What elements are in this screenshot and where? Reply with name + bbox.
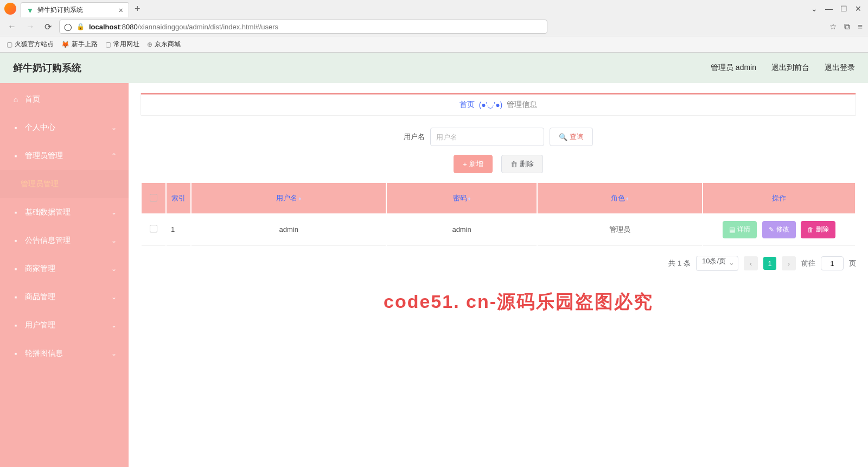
chevron-down-icon: ⌄ xyxy=(111,350,117,357)
folder-icon: ▢ xyxy=(7,41,12,48)
megaphone-icon: ▪ xyxy=(12,236,20,245)
sidebar-item-product[interactable]: ▪商品管理⌄ xyxy=(0,283,129,311)
back-to-front-button[interactable]: 退出到前台 xyxy=(771,63,809,73)
trash-icon: 🗑 xyxy=(807,226,814,234)
chevron-down-icon: ⌄ xyxy=(111,124,117,131)
breadcrumb-separator-icon: (●'◡'●) xyxy=(479,100,503,109)
trash-icon: 🗑 xyxy=(510,160,518,168)
forward-button[interactable]: → xyxy=(24,21,37,33)
bookmark-item[interactable]: 🦊新手上路 xyxy=(61,40,98,49)
row-checkbox[interactable] xyxy=(150,225,157,232)
edit-button[interactable]: ✎修改 xyxy=(762,221,796,238)
select-all-checkbox[interactable] xyxy=(150,194,157,201)
sidebar-subitem-admin-list[interactable]: 管理员管理 xyxy=(0,170,129,198)
col-index[interactable]: 索引 xyxy=(167,183,190,213)
sidebar-item-user[interactable]: ▪用户管理⌄ xyxy=(0,311,129,339)
sidebar-item-personal[interactable]: ▪个人中心⌄ xyxy=(0,113,129,142)
tag-icon: ▪ xyxy=(12,293,20,301)
goto-page-input[interactable] xyxy=(821,256,844,270)
prev-page-button[interactable]: ‹ xyxy=(744,256,758,270)
pencil-icon: ✎ xyxy=(769,226,774,234)
reload-button[interactable]: ⟳ xyxy=(42,21,54,33)
sort-icon[interactable]: ♦ xyxy=(468,195,471,201)
query-button[interactable]: 🔍查询 xyxy=(550,128,593,146)
search-icon: 🔍 xyxy=(559,133,567,141)
total-count: 共 1 条 xyxy=(668,258,690,268)
bookmark-item[interactable]: ▢火狐官方站点 xyxy=(7,40,54,49)
cell-password: admin xyxy=(387,213,536,246)
chevron-down-icon: ⌄ xyxy=(111,265,117,273)
breadcrumb: 首页 (●'◡'●) 管理信息 xyxy=(141,93,856,116)
monitor-icon: ▪ xyxy=(12,349,20,358)
sidebar-item-seller[interactable]: ▪商家管理⌄ xyxy=(0,255,129,283)
chevron-down-icon: ⌄ xyxy=(111,237,117,244)
col-role[interactable]: 角色♦ xyxy=(538,183,702,213)
current-user[interactable]: 管理员 admin xyxy=(711,63,756,73)
col-username[interactable]: 用户名♦ xyxy=(192,183,386,213)
sort-icon[interactable]: ♦ xyxy=(626,195,629,201)
sidebar-item-basedata[interactable]: ▪基础数据管理⌄ xyxy=(0,198,129,226)
sidebar-item-admin[interactable]: ▪管理员管理⌃ xyxy=(0,142,129,170)
back-button[interactable]: ← xyxy=(5,21,18,33)
add-button[interactable]: +新增 xyxy=(454,155,493,173)
url-input[interactable]: ◯ 🔒 localhost:8080/xiannaidinggou/admin/… xyxy=(59,20,547,34)
detail-button[interactable]: ▤详情 xyxy=(723,221,757,238)
chevron-up-icon: ⌃ xyxy=(111,152,117,160)
globe-icon: ⊕ xyxy=(147,41,152,48)
minimize-icon[interactable]: — xyxy=(825,4,833,13)
chevron-down-icon: ⌄ xyxy=(111,293,117,301)
next-page-button[interactable]: › xyxy=(782,256,796,270)
home-icon: ⌂ xyxy=(12,95,20,104)
browser-chrome: ▼ 鲜牛奶订购系统 × + ⌄ — ☐ ✕ ← → ⟳ ◯ 🔒 localhos… xyxy=(0,0,868,53)
dropdown-icon[interactable]: ⌄ xyxy=(811,4,818,13)
app-header: 鲜牛奶订购系统 管理员 admin 退出到前台 退出登录 xyxy=(0,53,868,83)
user-icon: ▪ xyxy=(12,123,20,132)
col-operate: 操作 xyxy=(703,183,855,213)
chevron-down-icon: ⌄ xyxy=(111,209,117,216)
app-menu-icon[interactable]: ≡ xyxy=(858,22,863,31)
shield-icon: ◯ xyxy=(64,23,72,31)
breadcrumb-current: 管理信息 xyxy=(507,100,537,110)
chart-icon: ▪ xyxy=(12,321,20,330)
sidebar-item-home[interactable]: ⌂首页 xyxy=(0,85,129,113)
sidebar-item-notice[interactable]: ▪公告信息管理⌄ xyxy=(0,226,129,255)
extensions-icon[interactable]: ⧉ xyxy=(844,22,850,31)
bookmark-item[interactable]: ⊕京东商城 xyxy=(147,40,181,49)
sort-icon[interactable]: ♦ xyxy=(298,195,301,201)
new-tab-button[interactable]: + xyxy=(135,3,141,15)
tab-title: 鲜牛奶订购系统 xyxy=(37,5,116,15)
vue-icon: ▼ xyxy=(27,7,34,14)
cell-username: admin xyxy=(192,213,386,246)
browser-tab[interactable]: ▼ 鲜牛奶订购系统 × xyxy=(21,2,129,17)
tab-bar: ▼ 鲜牛奶订购系统 × + ⌄ — ☐ ✕ xyxy=(0,0,868,17)
maximize-icon[interactable]: ☐ xyxy=(840,4,847,13)
table-row: 1 admin admin 管理员 ▤详情 ✎修改 🗑删除 xyxy=(142,213,855,246)
row-delete-button[interactable]: 🗑删除 xyxy=(801,221,835,238)
app-title: 鲜牛奶订购系统 xyxy=(13,61,81,74)
bookmark-star-icon[interactable]: ☆ xyxy=(829,22,837,31)
chevron-down-icon: ⌄ xyxy=(111,321,117,329)
cell-role: 管理员 xyxy=(538,213,702,246)
folder-icon: ▢ xyxy=(105,41,111,48)
flag-icon: ▪ xyxy=(12,208,20,217)
delete-button[interactable]: 🗑删除 xyxy=(501,155,543,173)
watermark-large: code51. cn-源码乐园盗图必究 xyxy=(384,289,653,314)
admin-icon: ▪ xyxy=(12,152,20,160)
breadcrumb-home[interactable]: 首页 xyxy=(459,100,475,110)
logout-button[interactable]: 退出登录 xyxy=(825,63,855,73)
content-area: 首页 (●'◡'●) 管理信息 用户名 🔍查询 +新增 🗑删除 索引 用户名♦ … xyxy=(129,83,868,467)
current-page[interactable]: 1 xyxy=(763,257,776,270)
page-size-select[interactable]: 10条/页 xyxy=(696,256,738,271)
close-window-icon[interactable]: ✕ xyxy=(855,4,861,13)
sidebar-item-banner[interactable]: ▪轮播图信息⌄ xyxy=(0,339,129,368)
bookmark-item[interactable]: ▢常用网址 xyxy=(105,40,139,49)
filter-row: 用户名 🔍查询 xyxy=(141,128,856,146)
bookmarks-bar: ▢火狐官方站点 🦊新手上路 ▢常用网址 ⊕京东商城 xyxy=(0,36,868,52)
col-password[interactable]: 密码♦ xyxy=(387,183,536,213)
cell-index: 1 xyxy=(167,213,190,246)
data-table: 索引 用户名♦ 密码♦ 角色♦ 操作 1 admin admin 管理员 ▤详情… xyxy=(141,183,856,246)
plus-icon: + xyxy=(463,160,467,168)
tab-close-icon[interactable]: × xyxy=(119,6,123,15)
username-filter-input[interactable] xyxy=(430,128,544,146)
action-row: +新增 🗑删除 xyxy=(141,155,856,173)
